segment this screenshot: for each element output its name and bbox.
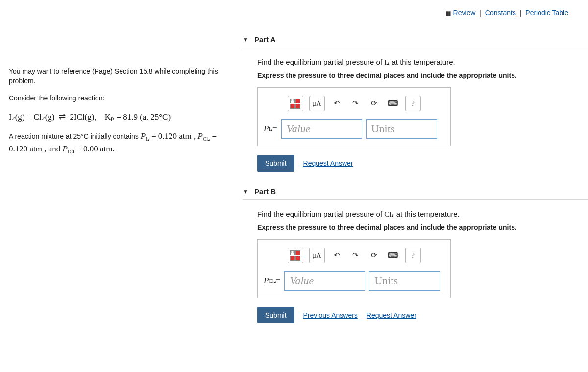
keyboard-button[interactable]: ⌨: [387, 96, 399, 111]
collapse-icon[interactable]: ▼: [243, 188, 248, 195]
reset-button[interactable]: ⟳: [368, 96, 381, 111]
special-chars-button[interactable]: μÅ: [309, 248, 325, 263]
part-b-units-input[interactable]: Units: [369, 271, 440, 291]
part-b-prefix: PCl₂ =: [264, 271, 280, 291]
part-b-previous-answers-link[interactable]: Previous Answers: [303, 311, 358, 319]
review-link[interactable]: Review: [453, 9, 476, 17]
reaction-equation: I₂(g) + Cl₂(g) ⇌ 2ICl(g), Kₚ = 81.9 (at …: [9, 111, 228, 123]
part-b-request-answer-link[interactable]: Request Answer: [367, 311, 416, 319]
collapse-icon[interactable]: ▼: [243, 36, 248, 43]
review-icon: ▮▮: [445, 10, 450, 17]
part-b-answer-box: μÅ ↶ ↷ ⟳ ⌨ ? PCl₂ = Value Units: [257, 239, 451, 298]
part-a-value-input[interactable]: Value: [281, 119, 362, 139]
part-a-units-input[interactable]: Units: [366, 119, 437, 139]
help-button[interactable]: ?: [405, 96, 421, 111]
undo-button[interactable]: ↶: [331, 96, 343, 111]
part-b-submit-button[interactable]: Submit: [257, 307, 294, 323]
templates-button[interactable]: [288, 248, 303, 263]
part-a-answer-box: μÅ ↶ ↷ ⟳ ⌨ ? PI₂ = Value Units: [257, 87, 451, 146]
undo-button[interactable]: ↶: [331, 248, 343, 263]
problem-intro: You may want to reference (Page) Section…: [0, 0, 243, 335]
part-a-header[interactable]: ▼ Part A: [243, 31, 588, 48]
part-b-value-input[interactable]: Value: [284, 271, 365, 291]
redo-button[interactable]: ↷: [349, 96, 362, 111]
reference-text: You may want to reference (Page) Section…: [9, 67, 228, 86]
initial-conditions: A reaction mixture at 25°C initially con…: [9, 130, 228, 156]
top-links-bar: ▮▮ Review | Constants | Periodic Table: [243, 9, 588, 31]
part-a-prefix: PI₂ =: [264, 119, 277, 139]
templates-button[interactable]: [288, 96, 303, 111]
part-a-prompt: Find the equilibrium partial pressure of…: [257, 58, 588, 67]
part-a-submit-button[interactable]: Submit: [257, 155, 294, 172]
periodic-table-link[interactable]: Periodic Table: [525, 9, 568, 17]
part-b-header[interactable]: ▼ Part B: [243, 183, 588, 200]
part-b-prompt: Find the equilibrium partial pressure of…: [257, 210, 588, 219]
part-b-toolbar: μÅ ↶ ↷ ⟳ ⌨ ?: [264, 248, 444, 263]
part-a-request-answer-link[interactable]: Request Answer: [303, 159, 353, 167]
help-button[interactable]: ?: [405, 248, 421, 263]
reset-button[interactable]: ⟳: [368, 248, 381, 263]
consider-text: Consider the following reaction:: [9, 94, 228, 103]
redo-button[interactable]: ↷: [349, 248, 362, 263]
part-b-instructions: Express the pressure to three decimal pl…: [257, 223, 588, 231]
part-a-instructions: Express the pressure to three decimal pl…: [257, 72, 588, 79]
constants-link[interactable]: Constants: [485, 9, 516, 17]
special-chars-button[interactable]: μÅ: [309, 96, 325, 111]
part-a-toolbar: μÅ ↶ ↷ ⟳ ⌨ ?: [264, 96, 444, 111]
keyboard-button[interactable]: ⌨: [387, 248, 399, 263]
